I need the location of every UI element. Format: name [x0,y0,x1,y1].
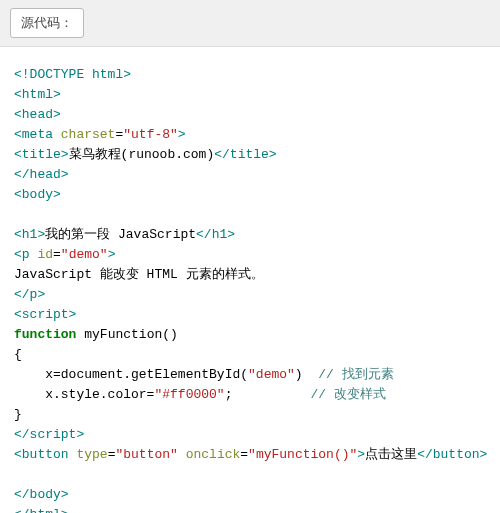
fn-keyword: function [14,327,76,342]
btn-a1: type [76,447,107,462]
title-open: <title> [14,147,69,162]
title-close: </title> [214,147,276,162]
body-close: </body> [14,487,69,502]
h1-open: <h1> [14,227,45,242]
line1a: x=document.getElementById( [14,367,248,382]
btn-open: <button [14,447,76,462]
p-attr: id [37,247,53,262]
line2-str: "#ff0000" [154,387,224,402]
meta-attr: charset [61,127,116,142]
comment1: // 找到元素 [318,367,393,382]
p-val: "demo" [61,247,108,262]
eq2: = [53,247,61,262]
brace-close: } [14,407,22,422]
doctype: <!DOCTYPE html> [14,67,131,82]
line2a: x.style.color= [14,387,154,402]
h1-text: 我的第一段 JavaScript [45,227,196,242]
comment2: // 改变样式 [310,387,385,402]
script-close: </script> [14,427,84,442]
fn-name: myFunction() [76,327,177,342]
line2c: ; [225,387,311,402]
p-text: JavaScript 能改变 HTML 元素的样式。 [14,267,264,282]
code-editor[interactable]: <!DOCTYPE html> <html> <head> <meta char… [0,47,500,513]
btn-v2: "myFunction()" [248,447,357,462]
body-open: <body> [14,187,61,202]
brace-open: { [14,347,22,362]
script-open: <script> [14,307,76,322]
h1-close: </h1> [196,227,235,242]
p-close: </p> [14,287,45,302]
toolbar: 源代码： [0,0,500,47]
head-open: <head> [14,107,61,122]
p-open: <p [14,247,37,262]
p-close-bracket: > [108,247,116,262]
btn-cl: > [357,447,365,462]
head-close: </head> [14,167,69,182]
html-open: <html> [14,87,61,102]
title-text: 菜鸟教程(runoob.com) [69,147,215,162]
btn-close: </button> [417,447,487,462]
btn-a2: onclick [186,447,241,462]
btn-text: 点击这里 [365,447,417,462]
line1c: ) [295,367,318,382]
meta-close: > [178,127,186,142]
line1-str: "demo" [248,367,295,382]
meta-open: <meta [14,127,61,142]
source-code-button[interactable]: 源代码： [10,8,84,38]
html-close: </html> [14,507,69,513]
btn-v1: "button" [115,447,177,462]
meta-val: "utf-8" [123,127,178,142]
